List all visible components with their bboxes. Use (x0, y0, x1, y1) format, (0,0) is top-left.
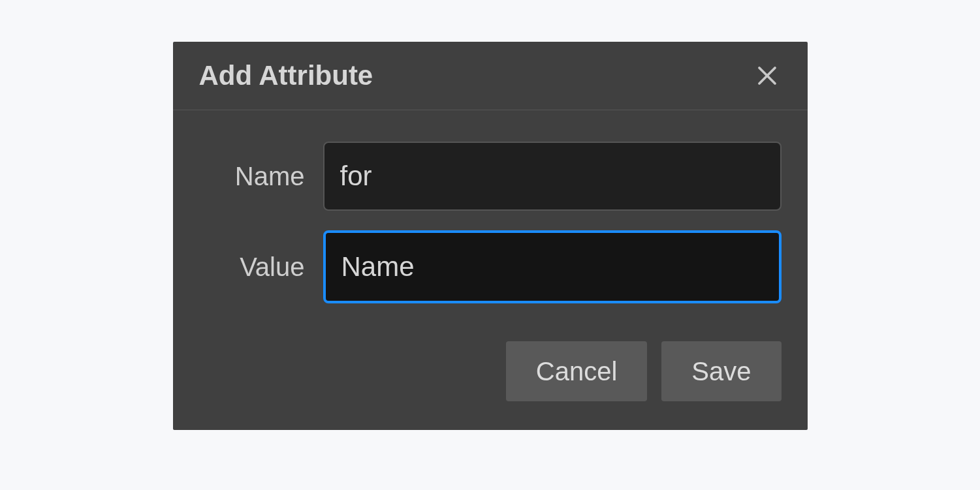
value-label: Value (199, 253, 323, 282)
add-attribute-dialog: Add Attribute Name Value Cancel Save (173, 42, 808, 430)
close-button[interactable] (753, 61, 782, 90)
name-label: Name (199, 162, 323, 191)
close-icon (755, 64, 779, 87)
dialog-header: Add Attribute (173, 42, 808, 110)
value-input[interactable] (323, 230, 782, 303)
save-button[interactable]: Save (661, 341, 781, 401)
cancel-button[interactable]: Cancel (506, 341, 648, 401)
name-input[interactable] (323, 142, 782, 211)
dialog-title: Add Attribute (199, 60, 373, 91)
value-row: Value (199, 230, 782, 303)
dialog-footer: Cancel Save (173, 336, 808, 430)
name-row: Name (199, 142, 782, 211)
dialog-body: Name Value (173, 110, 808, 336)
